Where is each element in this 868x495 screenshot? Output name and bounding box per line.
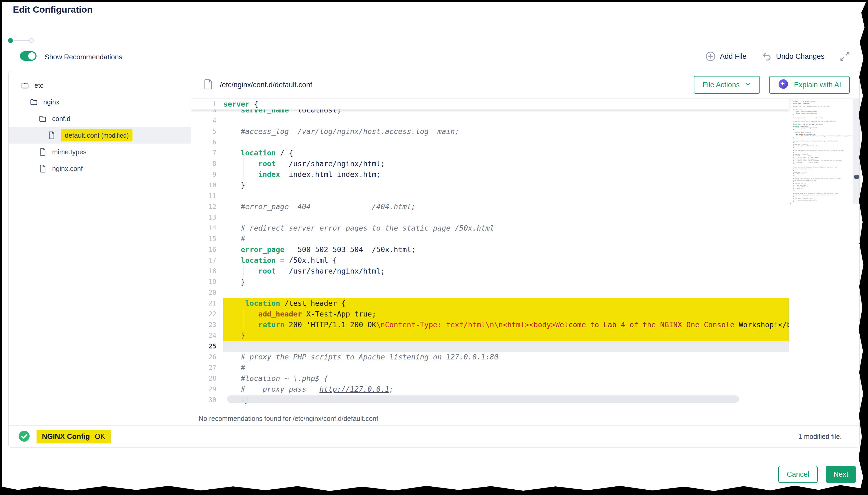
line-number: 1 <box>191 99 223 109</box>
line-number: 17 <box>191 255 223 266</box>
page-title: Edit Configuration <box>13 4 93 15</box>
next-button[interactable]: Next <box>826 466 856 483</box>
line-number: 9 <box>191 169 223 180</box>
folder-icon <box>39 115 47 123</box>
line-content: location /test_header { <box>223 298 789 309</box>
horizontal-scrollbar[interactable] <box>227 395 739 403</box>
add-file-label: Add File <box>720 52 747 61</box>
code-line-25: 25 <box>191 341 859 352</box>
line-number: 23 <box>191 320 223 330</box>
line-content: root /usr/share/nginx/html; <box>223 158 789 169</box>
tree-item-label: mime.types <box>52 148 86 156</box>
code-line-23: 23 return 200 'HTTP/1.1 200 OK\nContent-… <box>191 320 859 330</box>
code-line-14: 14 # redirect server error pages to the … <box>191 223 859 234</box>
code-line-16: 16 error_page 500 502 503 504 /50x.html; <box>191 244 859 255</box>
tree-item-default-conf[interactable]: default.conf (modified) <box>9 127 191 143</box>
sticky-line-1: 1server { <box>191 99 789 109</box>
tree-item-label: nginx <box>43 98 60 106</box>
code-line-29: 29 # proxy_pass http://127.0.0.1; <box>191 384 859 395</box>
status-label: NGINX Config <box>42 432 90 441</box>
line-content: #location ~ \.php$ { <box>223 373 789 384</box>
code-line-11: 11 <box>191 191 859 201</box>
file-icon <box>39 148 47 156</box>
toggle-knob <box>28 52 35 59</box>
line-content: location = /50x.html { <box>223 255 789 266</box>
line-content: location / { <box>223 148 789 158</box>
line-content: server { <box>223 99 789 109</box>
line-number: 8 <box>191 158 223 169</box>
line-content: } <box>223 276 789 287</box>
expand-icon <box>839 51 850 62</box>
code-line-18: 18 root /usr/share/nginx/html; <box>191 266 859 276</box>
line-content <box>223 212 789 223</box>
nginx-config-status-chip: NGINX ConfigOK <box>36 430 111 443</box>
code-editor[interactable]: 3 server_name localhost;45 #access_log /… <box>191 99 859 412</box>
folder-icon <box>30 98 38 106</box>
file-actions-button[interactable]: File Actions <box>694 76 760 94</box>
code-line-20: 20 <box>191 287 859 298</box>
explain-with-ai-button[interactable]: Explain with AI <box>769 76 850 94</box>
code-line-17: 17 location = /50x.html { <box>191 255 859 266</box>
line-content: # <box>223 234 789 244</box>
code-line-10: 10 } <box>191 180 859 191</box>
line-content: } <box>223 330 789 341</box>
vertical-scrollbar-thumb[interactable] <box>854 175 859 179</box>
line-number: 21 <box>191 298 223 309</box>
line-number: 4 <box>191 116 223 126</box>
line-number: 26 <box>191 352 223 362</box>
code-line-21: 21 location /test_header { <box>191 298 859 309</box>
recommendations-message: No recommendations found for /etc/nginx/… <box>191 412 859 425</box>
modal-footer: Cancel Next <box>8 466 856 483</box>
line-content: #error_page 404 /404.html; <box>223 201 789 212</box>
line-number: 18 <box>191 266 223 276</box>
expand-button[interactable] <box>839 51 850 62</box>
cancel-button[interactable]: Cancel <box>778 466 818 483</box>
tree-item-etc[interactable]: etc <box>9 77 191 94</box>
undo-changes-button[interactable]: Undo Changes <box>761 51 824 62</box>
check-circle-icon <box>18 430 30 443</box>
undo-icon <box>761 51 772 62</box>
file-icon <box>204 79 213 91</box>
file-path: /etc/nginx/conf.d/default.conf <box>220 81 312 89</box>
code-line-5: 5 #access_log /var/log/nginx/host.access… <box>191 126 859 137</box>
minimap[interactable]: server { listen 80 default_server; serve… <box>790 99 853 205</box>
code-line-8: 8 root /usr/share/nginx/html; <box>191 158 859 169</box>
line-number: 16 <box>191 244 223 255</box>
header-divider <box>0 23 868 24</box>
chevron-down-icon <box>744 81 751 89</box>
code-line-13: 13 <box>191 212 859 223</box>
line-content: error_page 500 502 503 504 /50x.html; <box>223 244 789 255</box>
code-line-15: 15 # <box>191 234 859 244</box>
line-content: # <box>223 362 789 373</box>
code-lines: 3 server_name localhost;45 #access_log /… <box>191 99 859 405</box>
code-line-26: 26 # proxy the PHP scripts to Apache lis… <box>191 352 859 362</box>
code-line-24: 24 } <box>191 330 859 341</box>
line-content: } <box>223 180 789 191</box>
line-number: 22 <box>191 309 223 320</box>
line-content: #access_log /var/log/nginx/host.access.l… <box>223 126 789 137</box>
line-number: 12 <box>191 201 223 212</box>
line-content <box>223 116 789 126</box>
tree-item-conf-d[interactable]: conf.d <box>9 110 191 127</box>
line-number: 30 <box>191 395 223 405</box>
code-line-6: 6 <box>191 137 859 148</box>
show-recommendations-toggle[interactable] <box>20 51 36 61</box>
tree-item-nginx-conf[interactable]: nginx.conf <box>9 160 191 177</box>
line-content <box>223 191 789 201</box>
add-file-button[interactable]: Add File <box>705 51 747 62</box>
line-number: 13 <box>191 212 223 223</box>
line-number: 28 <box>191 373 223 384</box>
stepper-connector <box>14 40 29 41</box>
plus-circle-icon <box>705 51 716 62</box>
modified-files-count: 1 modified file. <box>798 433 842 441</box>
line-content: root /usr/share/nginx/html; <box>223 266 789 276</box>
line-number: 14 <box>191 223 223 234</box>
code-line-19: 19 } <box>191 276 859 287</box>
code-line-27: 27 # <box>191 362 859 373</box>
undo-changes-label: Undo Changes <box>776 52 824 61</box>
vertical-scrollbar[interactable] <box>853 99 859 204</box>
file-tree: etcnginxconf.ddefault.conf (modified)mim… <box>9 71 191 425</box>
tree-item-mime-types[interactable]: mime.types <box>9 143 191 160</box>
tree-item-nginx[interactable]: nginx <box>9 94 191 110</box>
line-content: # redirect server error pages to the sta… <box>223 223 789 234</box>
